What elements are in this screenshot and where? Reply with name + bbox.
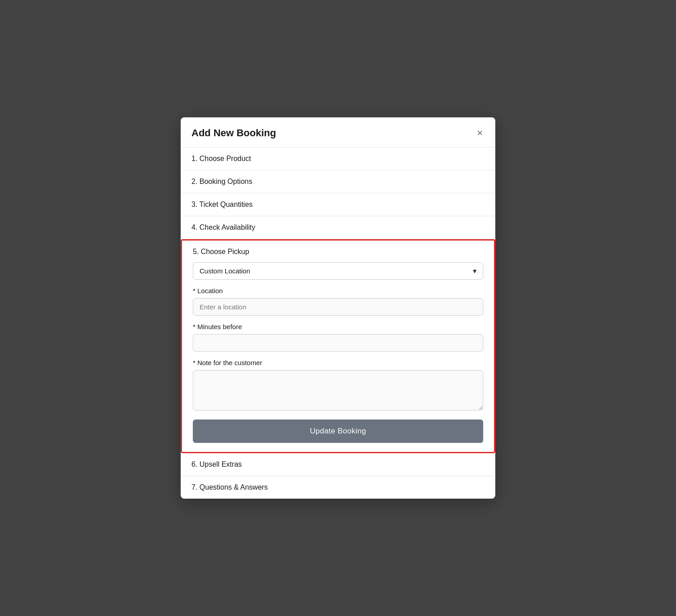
location-input[interactable]: [193, 298, 483, 316]
modal-backdrop: Add New Booking × 1. Choose Product 2. B…: [0, 0, 676, 616]
step-7-item: 7. Questions & Answers: [181, 476, 495, 499]
close-button[interactable]: ×: [475, 126, 485, 140]
note-label: * Note for the customer: [193, 359, 483, 366]
modal-title: Add New Booking: [191, 127, 276, 139]
minutes-input[interactable]: [193, 334, 483, 352]
add-booking-modal: Add New Booking × 1. Choose Product 2. B…: [181, 117, 495, 499]
location-label: * Location: [193, 287, 483, 295]
step-5-active-section: 5. Choose Pickup Custom Location Default…: [181, 239, 495, 453]
step-6-item: 6. Upsell Extras: [181, 453, 495, 476]
update-booking-button[interactable]: Update Booking: [193, 420, 483, 443]
step-4-item: 4. Check Availability: [181, 216, 495, 239]
note-textarea[interactable]: [193, 370, 483, 411]
minutes-label: * Minutes before: [193, 323, 483, 330]
pickup-dropdown[interactable]: Custom Location Default Location Other: [193, 262, 483, 280]
modal-header: Add New Booking ×: [181, 117, 495, 147]
step-5-title: 5. Choose Pickup: [193, 248, 483, 262]
step-2-item: 2. Booking Options: [181, 170, 495, 193]
step-3-item: 3. Ticket Quantities: [181, 193, 495, 216]
step-1-item: 1. Choose Product: [181, 147, 495, 170]
pickup-dropdown-wrap: Custom Location Default Location Other ▼: [193, 262, 483, 280]
